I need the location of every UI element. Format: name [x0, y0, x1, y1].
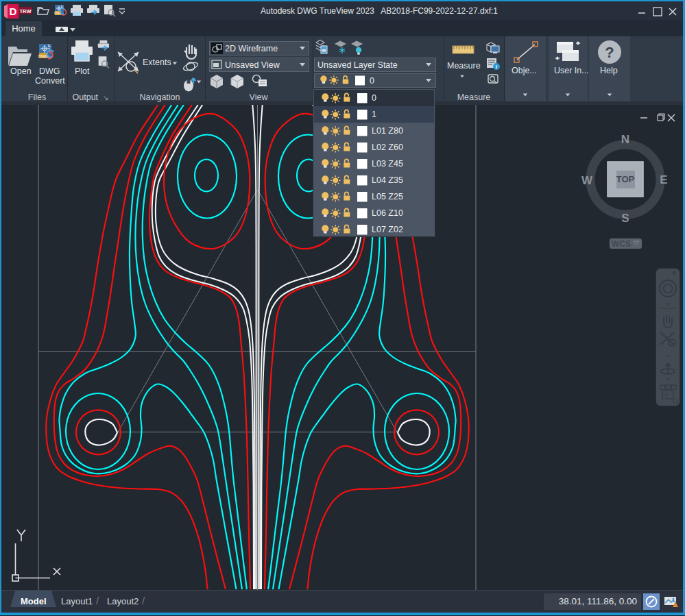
svg-text:TRW: TRW [20, 8, 32, 14]
svg-text:S: S [621, 212, 629, 225]
svg-text:WCS: WCS [612, 239, 631, 249]
svg-text:N: N [621, 133, 629, 146]
svg-text:E: E [660, 173, 667, 186]
svg-text:TOP: TOP [616, 174, 635, 184]
svg-text:W: W [581, 174, 593, 187]
svg-text:i: i [496, 64, 497, 70]
svg-text:?: ? [605, 44, 614, 61]
svg-text:D: D [10, 5, 17, 17]
